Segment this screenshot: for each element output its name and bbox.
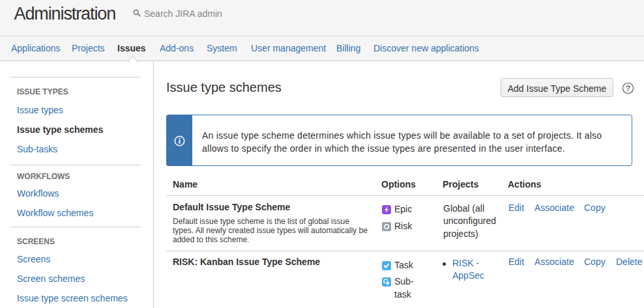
svg-text:?: ? bbox=[626, 84, 630, 93]
